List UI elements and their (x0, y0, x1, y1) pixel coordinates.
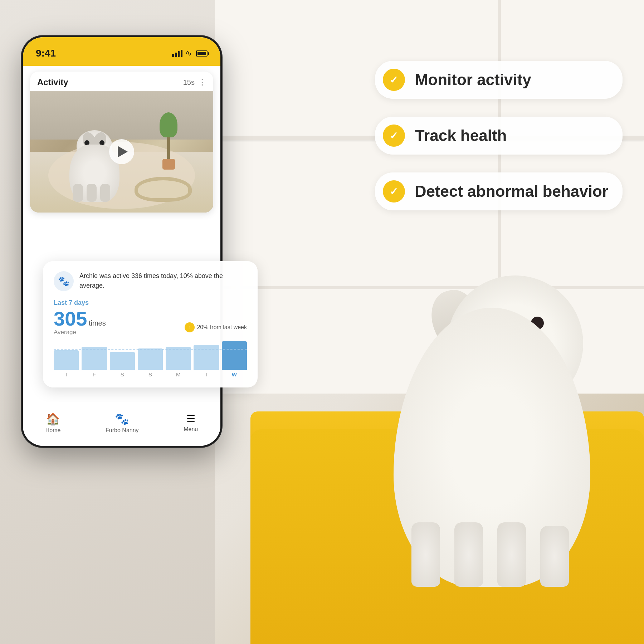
activity-duration: 15s (183, 78, 195, 87)
video-player[interactable] (30, 91, 213, 213)
status-bar: 9:41 ∿ (23, 37, 220, 66)
pet-bed (135, 177, 192, 202)
activity-bar-chart: T F S S M T W (54, 342, 247, 377)
feature-item-detect: ✓ Detect abnormal behavior (375, 172, 623, 210)
home-icon: 🏠 (46, 412, 60, 426)
stats-card: 🐾 Archie was active 336 times today, 10%… (43, 261, 258, 387)
bar-label-6: W (232, 371, 237, 377)
activity-card-header: Activity 15s ⋮ (30, 72, 213, 91)
plant-decoration (160, 112, 177, 170)
stats-summary: 🐾 Archie was active 336 times today, 10%… (54, 271, 247, 291)
paw-icon: 🐾 (54, 271, 74, 291)
feature-item-monitor: ✓ Monitor activity (375, 61, 623, 99)
trend-badge: ↑ 20% from last week (185, 322, 247, 332)
nav-home[interactable]: 🏠 Home (45, 412, 61, 434)
stats-unit: times (89, 319, 106, 327)
feature-item-health: ✓ Track health (375, 117, 623, 155)
nav-furbo-nanny-label: Furbo Nanny (106, 427, 139, 434)
furbo-nanny-icon: 🐾 (115, 412, 129, 426)
menu-icon: ☰ (186, 413, 195, 425)
stats-number: 305 (54, 307, 87, 330)
play-icon (118, 146, 128, 157)
bar-col-5: T (194, 345, 219, 377)
bar-col-2: S (110, 352, 135, 377)
dog-illustration (376, 265, 608, 587)
nav-furbo-nanny[interactable]: 🐾 Furbo Nanny (106, 412, 139, 434)
status-icons: ∿ (172, 49, 208, 58)
stats-period-label: Last 7 days (54, 299, 247, 307)
feature-list: ✓ Monitor activity ✓ Track health ✓ Dete… (375, 61, 623, 210)
average-line (54, 349, 247, 350)
check-icon-detect: ✓ (390, 186, 398, 197)
bar-col-3: S (138, 348, 163, 377)
nav-menu-label: Menu (184, 426, 198, 433)
bottom-navigation: 🏠 Home 🐾 Furbo Nanny ☰ Menu (23, 403, 220, 446)
nav-menu[interactable]: ☰ Menu (184, 413, 198, 433)
wifi-icon: ∿ (185, 49, 192, 58)
trend-arrow-icon: ↑ (185, 322, 195, 332)
bar-col-6: W (222, 341, 247, 377)
more-options-button[interactable]: ⋮ (198, 78, 206, 87)
feature-label-detect: Detect abnormal behavior (415, 182, 608, 200)
bar-col-4: M (166, 347, 191, 377)
stats-main-row: 305 times Average ↑ 20% from last week (54, 309, 247, 336)
bar-label-2: S (121, 371, 124, 377)
stats-summary-text: Archie was active 336 times today, 10% a… (79, 271, 247, 291)
check-circle-detect: ✓ (383, 180, 405, 203)
activity-card-title: Activity (37, 77, 68, 87)
battery-icon (196, 50, 208, 57)
bar-col-0: T (54, 350, 79, 377)
feature-label-health: Track health (415, 127, 507, 145)
bar-label-5: T (205, 371, 208, 377)
check-icon-health: ✓ (390, 130, 398, 142)
signal-icon (172, 50, 182, 57)
bar-label-3: S (148, 371, 152, 377)
nav-home-label: Home (45, 427, 61, 434)
trend-text: 20% from last week (197, 324, 247, 331)
activity-card-meta: 15s ⋮ (183, 78, 206, 87)
bar-col-1: F (82, 347, 107, 377)
bar-label-0: T (65, 371, 68, 377)
check-circle-monitor: ✓ (383, 69, 405, 91)
bar-label-4: M (176, 371, 181, 377)
stats-average-label: Average (54, 329, 106, 336)
bar-label-1: F (93, 371, 96, 377)
activity-card: Activity 15s ⋮ (30, 72, 213, 213)
feature-label-monitor: Monitor activity (415, 71, 531, 89)
check-circle-health: ✓ (383, 125, 405, 147)
play-button[interactable] (109, 139, 134, 164)
status-time: 9:41 (36, 48, 56, 59)
check-icon-monitor: ✓ (390, 74, 398, 86)
